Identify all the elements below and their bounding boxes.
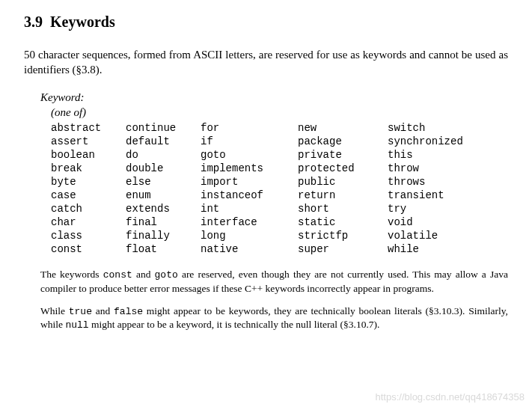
grammar-production: Keyword:	[40, 91, 85, 103]
keyword-cell: transient	[388, 189, 463, 202]
keyword-cell: try	[388, 202, 463, 215]
keyword-cell: super	[298, 242, 388, 256]
keyword-cell: final	[126, 215, 201, 229]
keyword-cell: throws	[388, 175, 463, 189]
keyword-cell: synchronized	[388, 135, 463, 148]
keyword-cell: const	[51, 242, 126, 256]
keyword-cell: assert	[51, 135, 126, 148]
keyword-cell: new	[298, 121, 388, 135]
keyword-cell: public	[298, 175, 388, 189]
intro-text-b: ).	[96, 64, 103, 76]
keyword-cell: strictfp	[298, 229, 388, 242]
kw-true: true	[69, 306, 92, 317]
keyword-cell: short	[298, 202, 388, 215]
cross-ref: §3.10.7	[343, 319, 374, 330]
keyword-cell: for	[201, 121, 298, 135]
note-const-goto: The keywords const and goto are reserved…	[40, 268, 508, 296]
keyword-cell: float	[126, 242, 201, 256]
keywords-row: catchextendsintshorttry	[51, 202, 463, 215]
kw-null: null	[65, 319, 88, 331]
section-title: Keywords	[50, 13, 115, 30]
keyword-cell: long	[201, 229, 298, 242]
keyword-cell: throw	[388, 162, 463, 175]
keywords-row: abstractcontinuefornewswitch	[51, 121, 463, 135]
keyword-cell: char	[51, 215, 126, 229]
kw-false: false	[114, 306, 143, 317]
cross-ref: §3.10.3	[429, 305, 459, 316]
keyword-cell: switch	[388, 121, 463, 135]
note-literals: While true and false might appear to be …	[40, 305, 508, 332]
keyword-cell: return	[298, 189, 388, 202]
keyword-cell: continue	[126, 121, 201, 135]
keyword-cell: void	[388, 215, 463, 229]
intro-paragraph: 50 character sequences, formed from ASCI…	[24, 47, 508, 78]
keyword-cell: enum	[126, 189, 201, 202]
keyword-cell: case	[51, 189, 126, 202]
keyword-cell: this	[388, 148, 463, 162]
keyword-count: 50	[24, 49, 35, 61]
keyword-cell: abstract	[51, 121, 126, 135]
kw-const: const	[103, 269, 132, 281]
keyword-cell: do	[126, 148, 201, 162]
keywords-row: constfloatnativesuperwhile	[51, 242, 463, 256]
grammar-oneof: (one of)	[51, 105, 508, 120]
keyword-cell: private	[298, 148, 388, 162]
keyword-cell: goto	[201, 148, 298, 162]
watermark: https://blog.csdn.net/qq418674358	[376, 391, 525, 403]
keyword-cell: extends	[126, 202, 201, 215]
keyword-cell: package	[298, 135, 388, 148]
keyword-cell: native	[201, 242, 298, 256]
kw-goto: goto	[155, 269, 178, 281]
keywords-row: classfinallylongstrictfpvolatile	[51, 229, 463, 242]
keyword-cell: if	[201, 135, 298, 148]
keyword-cell: static	[298, 215, 388, 229]
keywords-row: byteelseimportpublicthrows	[51, 175, 463, 189]
keywords-row: booleandogotoprivatethis	[51, 148, 463, 162]
keyword-cell: protected	[298, 162, 388, 175]
keyword-cell: boolean	[51, 148, 126, 162]
keyword-cell: class	[51, 229, 126, 242]
keyword-cell: else	[126, 175, 201, 189]
keyword-cell: while	[388, 242, 463, 256]
keyword-cell: implements	[201, 162, 298, 175]
keyword-cell: default	[126, 135, 201, 148]
keyword-cell: interface	[201, 215, 298, 229]
keywords-table: abstractcontinuefornewswitchassertdefaul…	[51, 121, 463, 256]
cross-ref: §3.8	[76, 64, 96, 76]
keyword-cell: break	[51, 162, 126, 175]
keywords-row: charfinalinterfacestaticvoid	[51, 215, 463, 229]
keywords-row: assertdefaultifpackagesynchronized	[51, 135, 463, 148]
grammar-head: Keyword: (one of)	[40, 90, 508, 120]
keyword-cell: int	[201, 202, 298, 215]
document-page: 3.9 Keywords 50 character sequences, for…	[0, 0, 532, 349]
keywords-row: breakdoubleimplementsprotectedthrow	[51, 162, 463, 175]
keyword-cell: import	[201, 175, 298, 189]
keyword-cell: double	[126, 162, 201, 175]
grammar-block: Keyword: (one of) abstractcontinuefornew…	[40, 90, 508, 257]
keyword-cell: byte	[51, 175, 126, 189]
keywords-row: caseenuminstanceofreturntransient	[51, 189, 463, 202]
keyword-cell: finally	[126, 229, 201, 242]
section-number: 3.9	[24, 13, 43, 30]
section-heading: 3.9 Keywords	[24, 13, 508, 31]
keyword-cell: volatile	[388, 229, 463, 242]
keyword-cell: instanceof	[201, 189, 298, 202]
keyword-cell: catch	[51, 202, 126, 215]
